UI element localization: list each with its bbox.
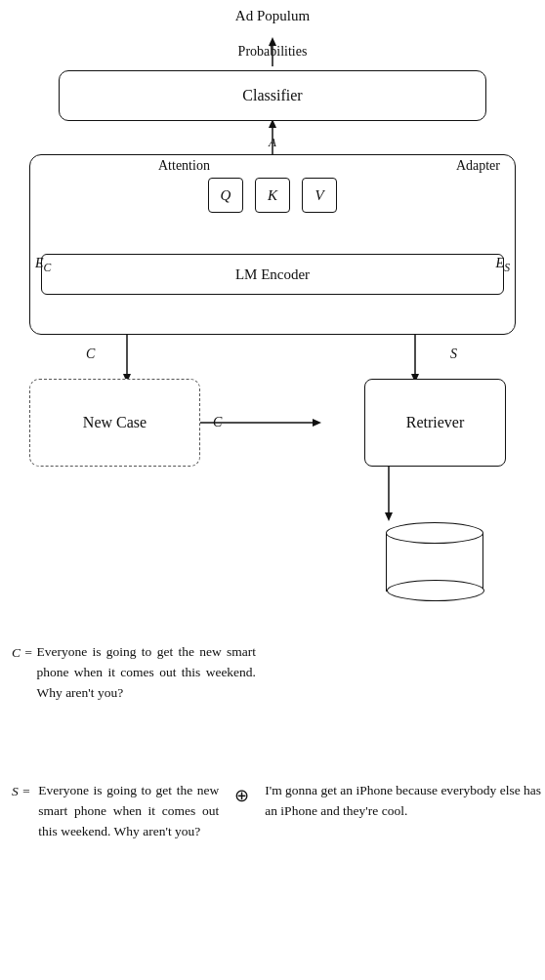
lm-encoder-box: LM Encoder bbox=[41, 254, 504, 295]
c-equals-block: C = Everyone is going to get the new sma… bbox=[12, 642, 256, 704]
c-arrow-label-left: C bbox=[86, 347, 95, 362]
ec-text: EC bbox=[35, 256, 51, 270]
v-label: V bbox=[314, 187, 323, 204]
q-label: Q bbox=[221, 187, 231, 204]
k-label: K bbox=[268, 187, 277, 204]
es-label: ES bbox=[496, 256, 510, 274]
oplus-symbol: ⊕ bbox=[225, 783, 259, 810]
qkv-row: Q K V bbox=[0, 178, 545, 213]
s-left-text: Everyone is going to get the new smart p… bbox=[38, 781, 219, 842]
q-box: Q bbox=[208, 178, 243, 213]
es-text: ES bbox=[496, 256, 510, 270]
c-eq-row: C = Everyone is going to get the new sma… bbox=[12, 642, 256, 704]
classifier-label: Classifier bbox=[242, 87, 302, 104]
c-eq-symbol: C = bbox=[12, 642, 33, 664]
retriever-label: Retriever bbox=[406, 414, 465, 431]
new-case-box: New Case bbox=[29, 379, 200, 467]
c-mid-label: C bbox=[213, 415, 222, 430]
v-box: V bbox=[302, 178, 337, 213]
svg-marker-23 bbox=[385, 512, 393, 521]
a-letter: A bbox=[269, 135, 276, 149]
s-equals-block: S = Everyone is going to get the new sma… bbox=[12, 781, 545, 842]
cylinder-bottom-ellipse bbox=[387, 580, 484, 601]
adapter-label: Adapter bbox=[456, 158, 500, 174]
case-db-container bbox=[371, 522, 498, 592]
diagram-container: Ad Populum Probabilities Classifier A Ad… bbox=[0, 0, 545, 980]
s-right-text: I'm gonna get an iPhone because everybod… bbox=[265, 781, 545, 822]
ad-populum-label: Ad Populum bbox=[235, 8, 310, 24]
retriever-box: Retriever bbox=[364, 379, 506, 467]
k-box: K bbox=[255, 178, 290, 213]
new-case-label: New Case bbox=[83, 414, 147, 431]
cylinder-top bbox=[386, 522, 483, 544]
c-equals-text: Everyone is going to get the new smart p… bbox=[37, 642, 256, 704]
s-eq-row: S = Everyone is going to get the new sma… bbox=[12, 781, 545, 842]
classifier-box: Classifier bbox=[59, 70, 486, 121]
s-arrow-label-right: S bbox=[450, 347, 457, 362]
a-label: A bbox=[269, 135, 276, 150]
s-eq-symbol: S = bbox=[12, 781, 32, 802]
svg-marker-21 bbox=[313, 419, 321, 427]
attention-label: Attention bbox=[158, 158, 210, 174]
ec-label: EC bbox=[35, 256, 51, 274]
probabilities-label: Probabilities bbox=[238, 44, 308, 60]
lm-encoder-label: LM Encoder bbox=[235, 266, 310, 283]
